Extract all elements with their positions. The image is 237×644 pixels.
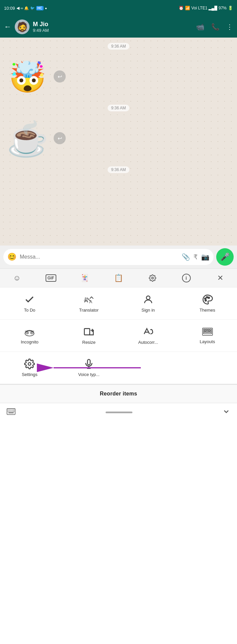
contact-avatar: 🧔 (15, 19, 29, 34)
alarm-icon: ⏰ (179, 6, 184, 10)
keyboard-toggle-button[interactable] (7, 408, 15, 417)
video-call-button[interactable]: 📹 (196, 23, 204, 31)
svg-rect-13 (84, 329, 90, 335)
reorder-items-bar[interactable]: Reorder items (0, 384, 237, 403)
incognito-label: Incognito (21, 339, 39, 344)
collapse-button[interactable] (222, 408, 230, 418)
grid-row-2: Incognito Resize Autocorr... (0, 320, 237, 352)
translator-item[interactable]: あ A Translator (59, 287, 119, 319)
svg-rect-24 (87, 360, 90, 365)
voice-call-button[interactable]: 📞 (211, 23, 220, 31)
clipboard-icon: 📋 (114, 274, 123, 282)
info-toolbar-button[interactable]: i (179, 271, 194, 285)
reorder-items-label: Reorder items (100, 391, 137, 396)
emoji-button[interactable]: 😊 (7, 253, 16, 261)
sticker-toolbar-button[interactable]: 🃏 (77, 271, 92, 285)
incognito-item[interactable]: Incognito (0, 320, 59, 352)
layouts-label: Layouts (200, 339, 215, 344)
gif-icon: GIF (46, 274, 56, 282)
todo-label: To Do (24, 308, 35, 313)
signin-label: Sign in (141, 308, 155, 313)
attach-button[interactable]: 📎 (182, 253, 190, 261)
hd-badge: HC (36, 6, 44, 10)
info-icon: i (182, 274, 191, 282)
grid-row-3: Settings Voice typ... (0, 352, 237, 384)
layouts-item[interactable]: Layouts (178, 320, 237, 352)
close-icon: ✕ (217, 274, 223, 282)
keyboard-icon (7, 408, 15, 415)
close-toolbar-button[interactable]: ✕ (213, 271, 228, 285)
mic-send-button[interactable]: 🎤 (216, 248, 234, 266)
settings-item[interactable]: Settings (0, 352, 59, 384)
resize-item[interactable]: Resize (59, 320, 119, 352)
rupee-button[interactable]: ₹ (193, 253, 198, 261)
bottom-nav (0, 403, 237, 422)
status-left: 10:09 ◀ ∞ 🔔 🐦 HC ● (4, 6, 47, 11)
svg-point-7 (208, 297, 210, 299)
settings-toolbar-button[interactable] (145, 271, 160, 285)
sticker-image-2: ☕ (4, 115, 51, 162)
translate-icon: あ A (83, 294, 94, 305)
svg-rect-36 (9, 411, 10, 412)
camera-button[interactable]: 📷 (201, 253, 210, 261)
svg-rect-38 (12, 411, 12, 412)
chat-header: ← 🧔 M Jio 9:49 AM 📹 📞 ⋮ (0, 16, 237, 38)
themes-label: Themes (199, 308, 215, 313)
nav-icon: ◀ (16, 6, 19, 10)
timestamp-1: 9:36 AM (108, 43, 129, 50)
settings-icon (24, 359, 35, 369)
clipboard-toolbar-button[interactable]: 📋 (111, 271, 126, 285)
grid-row-1: To Do あ A Translator Sign in (0, 287, 237, 320)
mic-icon: 🎤 (221, 253, 230, 261)
empty-slot-2 (178, 352, 237, 384)
timestamp-2: 9:36 AM (108, 105, 129, 111)
gif-toolbar-button[interactable]: GIF (44, 271, 58, 285)
svg-rect-19 (203, 331, 205, 332)
svg-rect-33 (12, 410, 12, 410)
svg-rect-40 (8, 412, 14, 413)
wifi-icon: 📶 (185, 6, 190, 10)
svg-rect-17 (208, 329, 209, 330)
status-right: ⏰ 📶 Voi LTE1 ▂▄█ 97% 🔋 (179, 6, 233, 10)
svg-rect-35 (8, 411, 8, 412)
chevron-down-icon (222, 408, 230, 416)
settings-label: Settings (22, 372, 38, 377)
sticker-message-2: ☕ ↩ (4, 115, 71, 162)
contact-info: M Jio 9:49 AM (33, 21, 193, 33)
emoji-toolbar-button[interactable]: ☺ (10, 271, 24, 285)
svg-rect-32 (10, 410, 11, 410)
message-input[interactable] (20, 254, 178, 260)
battery-level: 97% (219, 6, 227, 10)
check-icon (24, 294, 35, 305)
contact-name: M Jio (33, 21, 193, 28)
signal-strength: Voi LTE1 ▂▄█ (191, 6, 217, 10)
share-sticker-1[interactable]: ↩ (54, 70, 66, 83)
signal-icons: ∞ 🔔 🐦 (21, 6, 35, 10)
svg-rect-18 (210, 329, 212, 330)
translator-label: Translator (79, 308, 99, 313)
more-options-button[interactable]: ⋮ (226, 23, 233, 31)
themes-item[interactable]: Themes (178, 287, 237, 319)
svg-point-5 (204, 298, 206, 299)
status-bar: 10:09 ◀ ∞ 🔔 🐦 HC ● ⏰ 📶 Voi LTE1 ▂▄█ 97% … (0, 0, 237, 16)
keyboard-toolbar: ☺ GIF 🃏 📋 i ✕ (0, 268, 237, 287)
svg-rect-15 (203, 329, 205, 330)
svg-rect-37 (10, 411, 11, 412)
chat-area: 9:36 AM 🤯 ↩ 9:36 AM ☕ ↩ 9:36 AM (0, 38, 237, 246)
autocorrect-item[interactable]: Autocorr... (119, 320, 178, 352)
signin-item[interactable]: Sign in (119, 287, 178, 319)
svg-point-0 (152, 277, 154, 279)
svg-point-4 (205, 300, 206, 301)
message-input-bar: 😊 📎 ₹ 📷 🎤 (0, 246, 237, 268)
share-sticker-2[interactable]: ↩ (54, 132, 66, 144)
voicetype-item[interactable]: Voice typ... (59, 352, 119, 384)
microphone-icon (83, 359, 94, 369)
autocorrect-icon (143, 326, 154, 337)
grid-menu: To Do あ A Translator Sign in (0, 287, 237, 384)
header-actions: 📹 📞 ⋮ (196, 23, 233, 31)
todo-item[interactable]: To Do (0, 287, 59, 319)
back-button[interactable]: ← (4, 22, 11, 31)
person-icon (143, 294, 154, 305)
svg-point-11 (27, 332, 28, 333)
incognito-icon (24, 327, 35, 337)
